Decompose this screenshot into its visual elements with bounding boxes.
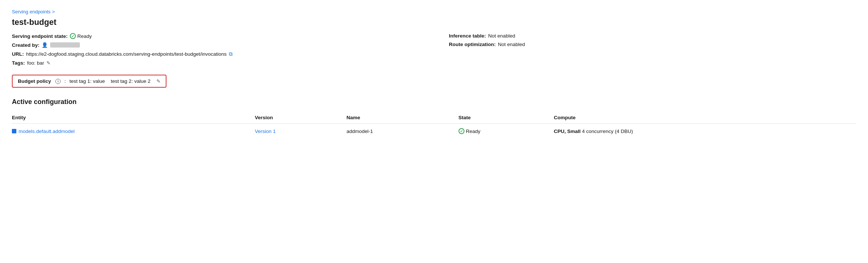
tags-label: Tags: <box>12 60 25 66</box>
header-row: Entity Version Name State Compute <box>12 112 856 124</box>
cell-compute: CPU, Small 4 concurrency (4 DBU) <box>554 124 856 139</box>
created-by-value <box>50 42 80 48</box>
col-entity: Entity <box>12 112 255 124</box>
meta-left: Serving endpoint state: ✓ Ready Created … <box>12 33 419 70</box>
url-value: https://e2-dogfood.staging.cloud.databri… <box>26 51 227 57</box>
config-table: Entity Version Name State Compute models… <box>12 112 856 139</box>
col-compute: Compute <box>554 112 856 124</box>
budget-policy-tag2: test tag 2: value 2 <box>111 78 150 84</box>
budget-policy-colon: : <box>64 78 66 84</box>
state-value: ✓ Ready <box>70 33 92 39</box>
tags-row: Tags: foo: bar ✎ <box>12 60 419 66</box>
url-label: URL: <box>12 51 24 57</box>
budget-policy-tag1: test tag 1: value <box>69 78 105 84</box>
route-optimization-value: Not enabled <box>498 42 525 47</box>
inference-table-label: Inference table: <box>449 33 486 39</box>
state-label: Serving endpoint state: <box>12 33 68 39</box>
meta-section: Serving endpoint state: ✓ Ready Created … <box>12 33 856 70</box>
row-state-value: ✓ Ready <box>459 128 550 134</box>
cell-version: Version 1 <box>255 124 347 139</box>
route-optimization-label: Route optimization: <box>449 42 496 47</box>
inference-table-value: Not enabled <box>488 33 515 39</box>
created-by-row: Created by: 👤 <box>12 42 419 48</box>
row-state-text: Ready <box>466 129 480 134</box>
table-header: Entity Version Name State Compute <box>12 112 856 124</box>
compute-bold: CPU, Small <box>554 129 580 134</box>
cell-state: ✓ Ready <box>459 124 554 139</box>
breadcrumb: Serving endpoints > <box>12 9 856 14</box>
table-body: models.default.addmodel Version 1 addmod… <box>12 124 856 139</box>
cell-entity: models.default.addmodel <box>12 124 255 139</box>
cell-name: addmodel-1 <box>347 124 459 139</box>
budget-policy-box: Budget policy i : test tag 1: value test… <box>12 75 166 88</box>
route-optimization-row: Route optimization: Not enabled <box>449 42 856 47</box>
col-version: Version <box>255 112 347 124</box>
active-configuration-section: Active configuration Entity Version Name… <box>12 98 856 139</box>
created-by-label: Created by: <box>12 42 39 48</box>
section-title: Active configuration <box>12 98 856 106</box>
entity-name: models.default.addmodel <box>19 129 75 134</box>
tags-edit-icon[interactable]: ✎ <box>46 60 51 66</box>
check-circle-icon: ✓ <box>70 33 76 39</box>
budget-policy-info-icon[interactable]: i <box>55 79 61 84</box>
entity-link[interactable]: models.default.addmodel <box>12 129 250 134</box>
compute-rest: 4 concurrency (4 DBU) <box>580 129 633 134</box>
row-check-circle-icon: ✓ <box>459 128 464 134</box>
meta-right: Inference table: Not enabled Route optim… <box>449 33 856 70</box>
person-icon: 👤 <box>42 42 48 48</box>
budget-policy-label: Budget policy <box>18 78 51 84</box>
budget-policy-edit-icon[interactable]: ✎ <box>156 78 161 84</box>
url-row: URL: https://e2-dogfood.staging.cloud.da… <box>12 51 419 57</box>
version-link[interactable]: Version 1 <box>255 129 276 134</box>
inference-table-row: Inference table: Not enabled <box>449 33 856 39</box>
copy-icon[interactable]: ⧉ <box>229 51 233 57</box>
page-title: test-budget <box>12 17 856 27</box>
table-row: models.default.addmodel Version 1 addmod… <box>12 124 856 139</box>
breadcrumb-separator: > <box>52 9 55 14</box>
col-name: Name <box>347 112 459 124</box>
col-state: State <box>459 112 554 124</box>
entity-icon <box>12 129 16 133</box>
breadcrumb-link[interactable]: Serving endpoints <box>12 9 51 14</box>
state-text: Ready <box>77 33 92 39</box>
state-row: Serving endpoint state: ✓ Ready <box>12 33 419 39</box>
tags-value: foo: bar <box>27 60 44 66</box>
